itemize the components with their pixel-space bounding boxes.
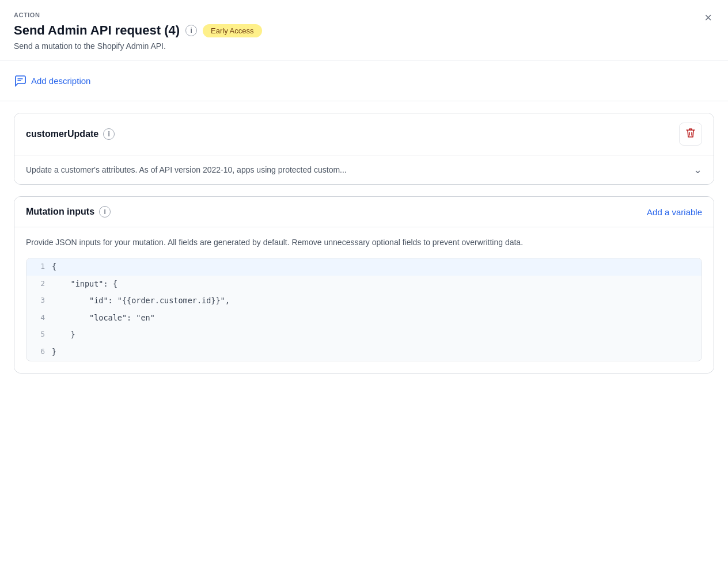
modal-header: ACTION Send Admin API request (4) i Earl… (0, 0, 728, 60)
code-editor[interactable]: 1{2 "input": {3 "id": "{{order.customer.… (26, 258, 702, 361)
card-description-row[interactable]: Update a customer's attributes. As of AP… (14, 155, 714, 184)
code-line: 5 } (26, 326, 702, 344)
mutation-title: Mutation inputs (26, 207, 94, 217)
code-line: 2 "input": { (26, 276, 702, 293)
line-content: "id": "{{order.customer.id}}", (52, 292, 237, 310)
line-content: "locale": "en" (52, 310, 162, 327)
line-content: } (52, 326, 82, 344)
close-button[interactable]: × (702, 9, 714, 26)
card-info-icon[interactable]: i (103, 128, 115, 140)
code-line: 1{ (26, 258, 702, 276)
modal: ACTION Send Admin API request (4) i Earl… (0, 0, 728, 572)
card-description-text: Update a customer's attributes. As of AP… (26, 165, 687, 174)
customer-update-card: customerUpdate i Update a customer's att… (14, 113, 714, 185)
add-description-section: Add description (0, 60, 728, 101)
line-number: 1 (26, 258, 52, 275)
add-description-label: Add description (31, 76, 90, 86)
mutation-info-icon[interactable]: i (99, 206, 111, 218)
line-number: 3 (26, 292, 52, 309)
line-number: 2 (26, 276, 52, 292)
chat-icon (14, 74, 26, 87)
card-title-row: customerUpdate i (26, 128, 115, 140)
mutation-description: Provide JSON inputs for your mutation. A… (26, 237, 702, 249)
line-content: } (52, 344, 63, 361)
mutation-header: Mutation inputs i Add a variable (14, 197, 714, 227)
modal-subtitle: Send a mutation to the Shopify Admin API… (14, 41, 262, 51)
add-description-button[interactable]: Add description (14, 72, 90, 89)
card-title: customerUpdate (26, 129, 98, 139)
chevron-down-icon: ⌄ (693, 163, 702, 176)
info-icon[interactable]: i (185, 25, 197, 36)
early-access-badge: Early Access (203, 24, 261, 37)
line-content: { (52, 258, 63, 276)
card-header: customerUpdate i (14, 113, 714, 155)
modal-body: Add description customerUpdate i (0, 60, 728, 373)
code-line: 6} (26, 344, 702, 361)
modal-title: Send Admin API request (4) (14, 23, 180, 38)
delete-button[interactable] (679, 123, 702, 146)
line-number: 4 (26, 310, 52, 326)
line-number: 5 (26, 326, 52, 343)
header-left: ACTION Send Admin API request (4) i Earl… (14, 12, 262, 51)
line-number: 6 (26, 344, 52, 360)
code-line: 4 "locale": "en" (26, 310, 702, 327)
code-line: 3 "id": "{{order.customer.id}}", (26, 292, 702, 310)
trash-icon (685, 127, 696, 142)
mutation-title-row: Mutation inputs i (26, 206, 111, 218)
line-content: "input": { (52, 276, 124, 293)
title-row: Send Admin API request (4) i Early Acces… (14, 23, 262, 38)
add-variable-button[interactable]: Add a variable (647, 207, 702, 217)
mutation-body: Provide JSON inputs for your mutation. A… (14, 227, 714, 373)
action-label: ACTION (14, 12, 262, 18)
mutation-section: Mutation inputs i Add a variable Provide… (14, 196, 714, 373)
